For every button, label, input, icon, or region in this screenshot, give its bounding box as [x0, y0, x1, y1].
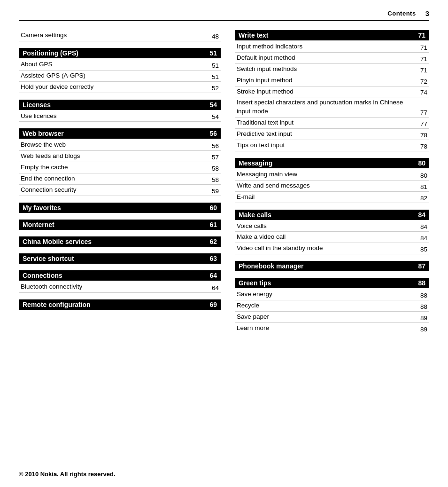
toc-row-email[interactable]: E-mail 82	[235, 192, 429, 203]
section-title-licenses: Licenses	[23, 101, 51, 109]
section-header-make-calls[interactable]: Make calls 84	[235, 210, 429, 220]
toc-label-end-connection: End the connection	[21, 174, 208, 183]
toc-row-insert-special[interactable]: Insert special characters and punctuatio…	[235, 97, 429, 118]
section-page-remote-config: 69	[209, 301, 217, 308]
toc-label-email: E-mail	[237, 193, 416, 202]
section-page-connections: 64	[209, 272, 217, 279]
page-footer: © 2010 Nokia. All rights reserved.	[19, 467, 429, 478]
toc-section-my-favorites: My favorites 60	[19, 203, 221, 213]
toc-label-predictive-text: Predictive text input	[237, 130, 416, 139]
section-title-green-tips: Green tips	[239, 279, 271, 287]
section-page-green-tips: 88	[418, 279, 425, 287]
toc-row-switch-input[interactable]: Switch input methods 71	[235, 64, 429, 75]
page-container: Contents 3 Camera settings 48 Positionin…	[0, 0, 448, 487]
toc-row-messaging-main[interactable]: Messaging main view 80	[235, 169, 429, 181]
toc-row-end-connection[interactable]: End the connection 58	[19, 173, 221, 185]
toc-row-connection-security[interactable]: Connection security 59	[19, 185, 221, 196]
footer-copyright: © 2010 Nokia. All rights reserved.	[19, 471, 116, 478]
toc-label-assisted-gps: Assisted GPS (A-GPS)	[21, 71, 208, 80]
toc-row-empty-cache[interactable]: Empty the cache 58	[19, 162, 221, 173]
toc-row-learn-more[interactable]: Learn more 89	[235, 323, 429, 334]
toc-row-camera-settings[interactable]: Camera settings 48	[19, 30, 221, 41]
section-title-make-calls: Make calls	[239, 211, 271, 219]
left-column: Camera settings 48 Positioning (GPS) 51 …	[19, 30, 221, 341]
toc-row-video-call[interactable]: Make a video call 84	[235, 232, 429, 243]
section-title-write-text: Write text	[239, 31, 269, 39]
section-page-write-text: 71	[418, 31, 425, 39]
section-header-web-browser[interactable]: Web browser 56	[19, 128, 221, 139]
header-title: Contents	[387, 10, 416, 17]
toc-row-web-feeds[interactable]: Web feeds and blogs 57	[19, 151, 221, 162]
toc-label-hold-device: Hold your device correctly	[21, 83, 208, 92]
toc-label-write-send: Write and send messages	[237, 181, 416, 190]
toc-label-tips-text: Tips on text input	[237, 141, 416, 150]
toc-section-write-text: Write text 71 Input method indicators 71…	[235, 30, 429, 151]
toc-row-browse-web[interactable]: Browse the web 56	[19, 140, 221, 151]
section-header-messaging[interactable]: Messaging 80	[235, 158, 429, 168]
toc-section-china-mobile: China Mobile services 62	[19, 236, 221, 247]
toc-section-messaging: Messaging 80 Messaging main view 80 Writ…	[235, 158, 429, 203]
toc-label-save-energy: Save energy	[237, 290, 416, 299]
toc-page-video-call: 84	[416, 235, 427, 242]
toc-label-voice-calls: Voice calls	[237, 222, 416, 231]
section-title-remote-config: Remote configuration	[23, 301, 91, 308]
toc-label-browse-web: Browse the web	[21, 141, 208, 149]
toc-row-video-standby[interactable]: Video call in the standby mode 85	[235, 243, 429, 254]
toc-row-predictive-text[interactable]: Predictive text input 78	[235, 129, 429, 140]
toc-row-write-send[interactable]: Write and send messages 81	[235, 181, 429, 192]
toc-label-pinyin: Pinyin input method	[237, 76, 416, 85]
toc-page-recycle: 88	[416, 303, 427, 310]
section-page-positioning: 51	[209, 49, 217, 57]
section-header-phonebook[interactable]: Phonebook manager 87	[235, 261, 429, 271]
toc-section-service-shortcut: Service shortcut 63	[19, 253, 221, 264]
toc-page-connection-security: 59	[208, 188, 219, 195]
toc-row-input-indicators[interactable]: Input method indicators 71	[235, 41, 429, 53]
toc-row-pinyin[interactable]: Pinyin input method 72	[235, 75, 429, 86]
toc-page-predictive-text: 78	[416, 132, 427, 139]
toc-row-hold-device[interactable]: Hold your device correctly 52	[19, 82, 221, 93]
toc-page-traditional-text: 77	[416, 120, 427, 127]
toc-row-assisted-gps[interactable]: Assisted GPS (A-GPS) 51	[19, 71, 221, 82]
section-title-my-favorites: My favorites	[23, 204, 61, 212]
toc-row-tips-text[interactable]: Tips on text input 78	[235, 140, 429, 151]
section-header-my-favorites[interactable]: My favorites 60	[19, 203, 221, 213]
toc-section-web-browser: Web browser 56 Browse the web 56 Web fee…	[19, 128, 221, 196]
toc-row-bluetooth[interactable]: Bluetooth connectivity 64	[19, 282, 221, 293]
toc-row-voice-calls[interactable]: Voice calls 84	[235, 221, 429, 232]
toc-row-stroke[interactable]: Stroke input method 74	[235, 86, 429, 98]
toc-row-use-licences[interactable]: Use licences 54	[19, 111, 221, 122]
toc-row-save-paper[interactable]: Save paper 89	[235, 312, 429, 323]
toc-row-default-input[interactable]: Default input method 71	[235, 53, 429, 64]
toc-page-assisted-gps: 51	[208, 73, 219, 80]
toc-page-empty-cache: 58	[208, 165, 219, 172]
section-title-phonebook: Phonebook manager	[239, 262, 303, 270]
toc-row-recycle[interactable]: Recycle 88	[235, 300, 429, 312]
toc-page-save-paper: 89	[416, 314, 427, 322]
section-page-phonebook: 87	[418, 262, 425, 270]
toc-section-camera: Camera settings 48	[19, 30, 221, 41]
toc-row-traditional-text[interactable]: Traditional text input 77	[235, 118, 429, 129]
toc-row-about-gps[interactable]: About GPS 51	[19, 59, 221, 71]
toc-page-camera-settings: 48	[208, 33, 219, 40]
toc-label-messaging-main: Messaging main view	[237, 170, 416, 179]
section-header-green-tips[interactable]: Green tips 88	[235, 278, 429, 288]
toc-label-web-feeds: Web feeds and blogs	[21, 152, 208, 161]
toc-page-insert-special: 77	[416, 109, 427, 116]
toc-page-default-input: 71	[416, 55, 427, 63]
toc-page-bluetooth: 64	[208, 284, 219, 291]
toc-label-connection-security: Connection security	[21, 186, 208, 195]
toc-page-email: 82	[416, 195, 427, 202]
section-header-remote-config[interactable]: Remote configuration 69	[19, 299, 221, 310]
toc-label-save-paper: Save paper	[237, 313, 416, 322]
section-header-licenses[interactable]: Licenses 54	[19, 100, 221, 110]
toc-row-save-energy[interactable]: Save energy 88	[235, 289, 429, 300]
section-header-connections[interactable]: Connections 64	[19, 270, 221, 281]
section-header-write-text[interactable]: Write text 71	[235, 30, 429, 40]
section-header-service-shortcut[interactable]: Service shortcut 63	[19, 253, 221, 264]
section-title-china-mobile: China Mobile services	[23, 238, 92, 245]
section-header-positioning[interactable]: Positioning (GPS) 51	[19, 48, 221, 58]
toc-label-empty-cache: Empty the cache	[21, 163, 208, 172]
section-title-service-shortcut: Service shortcut	[23, 255, 74, 262]
section-header-monternet[interactable]: Monternet 61	[19, 220, 221, 230]
section-header-china-mobile[interactable]: China Mobile services 62	[19, 236, 221, 247]
